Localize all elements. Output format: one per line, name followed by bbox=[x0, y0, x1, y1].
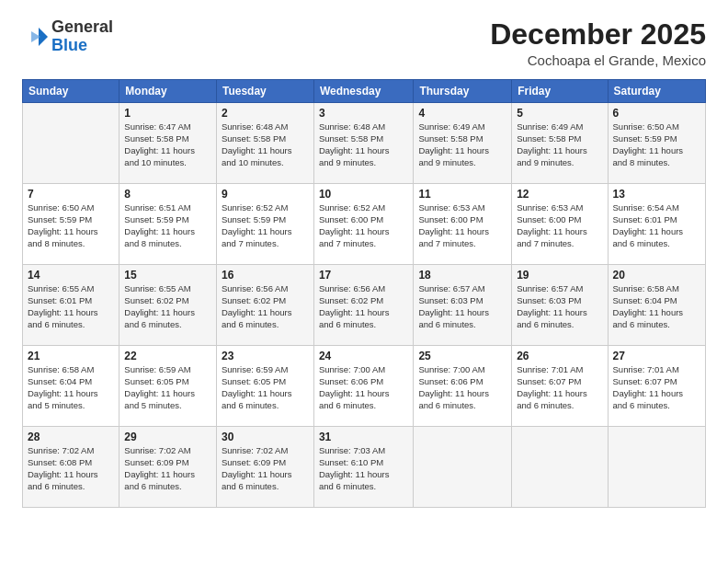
day-info: Sunrise: 7:03 AM Sunset: 6:10 PM Dayligh… bbox=[319, 445, 408, 492]
logo: General Blue bbox=[22, 18, 113, 55]
day-number: 9 bbox=[222, 188, 309, 201]
day-info: Sunrise: 6:52 AM Sunset: 5:59 PM Dayligh… bbox=[222, 202, 309, 249]
calendar-cell-1-3: 10Sunrise: 6:52 AM Sunset: 6:00 PM Dayli… bbox=[313, 184, 413, 265]
day-number: 31 bbox=[319, 431, 408, 443]
day-info: Sunrise: 7:02 AM Sunset: 6:09 PM Dayligh… bbox=[124, 445, 211, 492]
day-info: Sunrise: 6:59 AM Sunset: 6:05 PM Dayligh… bbox=[124, 364, 211, 411]
calendar-header-row: Sunday Monday Tuesday Wednesday Thursday… bbox=[23, 80, 706, 103]
day-number: 17 bbox=[319, 269, 408, 282]
calendar-cell-3-0: 21Sunrise: 6:58 AM Sunset: 6:04 PM Dayli… bbox=[23, 346, 119, 427]
day-number: 10 bbox=[319, 188, 408, 201]
calendar-cell-0-3: 3Sunrise: 6:48 AM Sunset: 5:58 PM Daylig… bbox=[313, 103, 413, 184]
day-info: Sunrise: 6:57 AM Sunset: 6:03 PM Dayligh… bbox=[517, 283, 602, 330]
day-info: Sunrise: 6:51 AM Sunset: 5:59 PM Dayligh… bbox=[124, 202, 211, 249]
day-info: Sunrise: 7:02 AM Sunset: 6:09 PM Dayligh… bbox=[222, 445, 309, 492]
calendar-cell-2-4: 18Sunrise: 6:57 AM Sunset: 6:03 PM Dayli… bbox=[414, 265, 512, 346]
day-info: Sunrise: 6:50 AM Sunset: 5:59 PM Dayligh… bbox=[28, 202, 114, 249]
page: General Blue December 2025 Cochoapa el G… bbox=[0, 0, 728, 563]
day-info: Sunrise: 7:02 AM Sunset: 6:08 PM Dayligh… bbox=[28, 445, 114, 492]
title-block: December 2025 Cochoapa el Grande, Mexico bbox=[490, 18, 706, 68]
col-tuesday: Tuesday bbox=[216, 80, 313, 103]
day-number: 3 bbox=[319, 107, 408, 120]
calendar-cell-4-4 bbox=[414, 427, 512, 508]
day-number: 23 bbox=[222, 350, 309, 362]
location-subtitle: Cochoapa el Grande, Mexico bbox=[490, 52, 706, 68]
calendar-cell-4-5 bbox=[512, 427, 608, 508]
day-info: Sunrise: 7:01 AM Sunset: 6:07 PM Dayligh… bbox=[613, 364, 700, 411]
day-number: 28 bbox=[28, 431, 114, 443]
calendar-cell-0-0 bbox=[23, 103, 119, 184]
logo-text: General Blue bbox=[51, 18, 113, 55]
day-number: 6 bbox=[613, 107, 700, 120]
day-number: 13 bbox=[613, 188, 700, 201]
day-info: Sunrise: 6:53 AM Sunset: 6:00 PM Dayligh… bbox=[517, 202, 602, 249]
day-info: Sunrise: 6:49 AM Sunset: 5:58 PM Dayligh… bbox=[517, 121, 602, 168]
day-info: Sunrise: 6:59 AM Sunset: 6:05 PM Dayligh… bbox=[222, 364, 309, 411]
calendar-cell-1-1: 8Sunrise: 6:51 AM Sunset: 5:59 PM Daylig… bbox=[119, 184, 217, 265]
day-number: 26 bbox=[517, 350, 602, 362]
calendar-cell-1-2: 9Sunrise: 6:52 AM Sunset: 5:59 PM Daylig… bbox=[216, 184, 313, 265]
calendar-cell-4-6 bbox=[608, 427, 705, 508]
day-number: 16 bbox=[222, 269, 309, 282]
day-number: 4 bbox=[418, 107, 506, 120]
col-monday: Monday bbox=[119, 80, 217, 103]
day-number: 18 bbox=[418, 269, 506, 282]
day-number: 19 bbox=[517, 269, 602, 282]
day-number: 27 bbox=[613, 350, 700, 362]
logo-general-text: General bbox=[51, 17, 113, 36]
day-info: Sunrise: 7:00 AM Sunset: 6:06 PM Dayligh… bbox=[418, 364, 506, 411]
calendar-cell-2-6: 20Sunrise: 6:58 AM Sunset: 6:04 PM Dayli… bbox=[608, 265, 705, 346]
day-info: Sunrise: 6:57 AM Sunset: 6:03 PM Dayligh… bbox=[418, 283, 506, 330]
calendar-cell-4-3: 31Sunrise: 7:03 AM Sunset: 6:10 PM Dayli… bbox=[313, 427, 413, 508]
calendar-cell-0-2: 2Sunrise: 6:48 AM Sunset: 5:58 PM Daylig… bbox=[216, 103, 313, 184]
day-number: 30 bbox=[222, 431, 309, 443]
day-info: Sunrise: 6:48 AM Sunset: 5:58 PM Dayligh… bbox=[319, 121, 408, 168]
day-number: 8 bbox=[124, 188, 211, 201]
calendar-cell-3-1: 22Sunrise: 6:59 AM Sunset: 6:05 PM Dayli… bbox=[119, 346, 217, 427]
calendar-cell-4-2: 30Sunrise: 7:02 AM Sunset: 6:09 PM Dayli… bbox=[216, 427, 313, 508]
day-info: Sunrise: 6:55 AM Sunset: 6:01 PM Dayligh… bbox=[28, 283, 114, 330]
day-number: 2 bbox=[222, 107, 309, 120]
day-number: 29 bbox=[124, 431, 211, 443]
calendar-cell-3-5: 26Sunrise: 7:01 AM Sunset: 6:07 PM Dayli… bbox=[512, 346, 608, 427]
calendar-cell-3-3: 24Sunrise: 7:00 AM Sunset: 6:06 PM Dayli… bbox=[313, 346, 413, 427]
col-friday: Friday bbox=[512, 80, 608, 103]
calendar-cell-1-6: 13Sunrise: 6:54 AM Sunset: 6:01 PM Dayli… bbox=[608, 184, 705, 265]
day-number: 21 bbox=[28, 350, 114, 362]
calendar-week-row-2: 14Sunrise: 6:55 AM Sunset: 6:01 PM Dayli… bbox=[23, 265, 706, 346]
calendar-cell-2-5: 19Sunrise: 6:57 AM Sunset: 6:03 PM Dayli… bbox=[512, 265, 608, 346]
calendar-cell-0-5: 5Sunrise: 6:49 AM Sunset: 5:58 PM Daylig… bbox=[512, 103, 608, 184]
day-info: Sunrise: 6:48 AM Sunset: 5:58 PM Dayligh… bbox=[222, 121, 309, 168]
calendar-cell-0-6: 6Sunrise: 6:50 AM Sunset: 5:59 PM Daylig… bbox=[608, 103, 705, 184]
day-info: Sunrise: 6:53 AM Sunset: 6:00 PM Dayligh… bbox=[418, 202, 506, 249]
day-number: 14 bbox=[28, 269, 114, 282]
calendar-cell-3-4: 25Sunrise: 7:00 AM Sunset: 6:06 PM Dayli… bbox=[414, 346, 512, 427]
calendar-week-row-1: 7Sunrise: 6:50 AM Sunset: 5:59 PM Daylig… bbox=[23, 184, 706, 265]
col-thursday: Thursday bbox=[414, 80, 512, 103]
calendar-cell-3-2: 23Sunrise: 6:59 AM Sunset: 6:05 PM Dayli… bbox=[216, 346, 313, 427]
day-info: Sunrise: 6:56 AM Sunset: 6:02 PM Dayligh… bbox=[319, 283, 408, 330]
calendar-cell-4-1: 29Sunrise: 7:02 AM Sunset: 6:09 PM Dayli… bbox=[119, 427, 217, 508]
calendar-cell-2-2: 16Sunrise: 6:56 AM Sunset: 6:02 PM Dayli… bbox=[216, 265, 313, 346]
day-info: Sunrise: 6:55 AM Sunset: 6:02 PM Dayligh… bbox=[124, 283, 211, 330]
header: General Blue December 2025 Cochoapa el G… bbox=[22, 18, 706, 68]
day-number: 1 bbox=[124, 107, 211, 120]
col-wednesday: Wednesday bbox=[313, 80, 413, 103]
calendar-week-row-4: 28Sunrise: 7:02 AM Sunset: 6:08 PM Dayli… bbox=[23, 427, 706, 508]
day-info: Sunrise: 7:01 AM Sunset: 6:07 PM Dayligh… bbox=[517, 364, 602, 411]
day-info: Sunrise: 6:49 AM Sunset: 5:58 PM Dayligh… bbox=[418, 121, 506, 168]
calendar-cell-2-1: 15Sunrise: 6:55 AM Sunset: 6:02 PM Dayli… bbox=[119, 265, 217, 346]
calendar-week-row-0: 1Sunrise: 6:47 AM Sunset: 5:58 PM Daylig… bbox=[23, 103, 706, 184]
day-number: 12 bbox=[517, 188, 602, 201]
day-number: 22 bbox=[124, 350, 211, 362]
calendar-cell-2-3: 17Sunrise: 6:56 AM Sunset: 6:02 PM Dayli… bbox=[313, 265, 413, 346]
day-info: Sunrise: 6:58 AM Sunset: 6:04 PM Dayligh… bbox=[28, 364, 114, 411]
calendar-cell-4-0: 28Sunrise: 7:02 AM Sunset: 6:08 PM Dayli… bbox=[23, 427, 119, 508]
month-title: December 2025 bbox=[490, 18, 706, 51]
logo-blue-text: Blue bbox=[51, 36, 87, 54]
day-info: Sunrise: 6:54 AM Sunset: 6:01 PM Dayligh… bbox=[613, 202, 700, 249]
day-info: Sunrise: 6:50 AM Sunset: 5:59 PM Dayligh… bbox=[613, 121, 700, 168]
col-sunday: Sunday bbox=[23, 80, 119, 103]
day-info: Sunrise: 6:47 AM Sunset: 5:58 PM Dayligh… bbox=[124, 121, 211, 168]
day-number: 7 bbox=[28, 188, 114, 201]
